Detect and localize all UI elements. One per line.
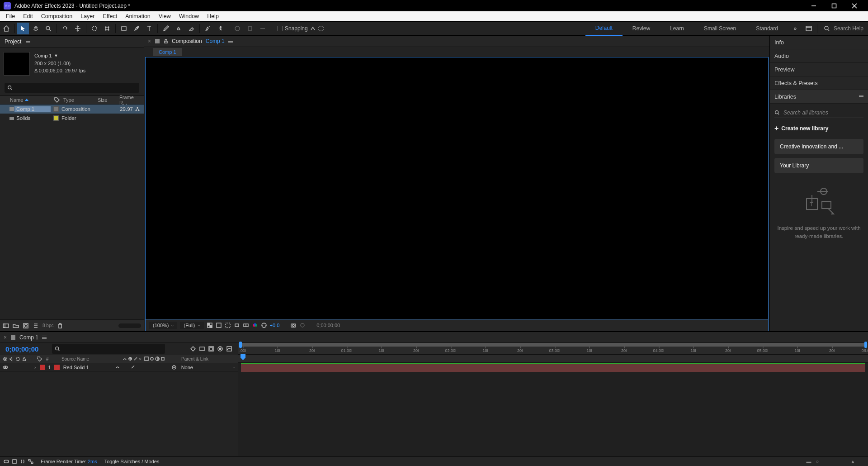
zoom-tool[interactable] [42, 23, 54, 34]
panel-menu-icon[interactable] [26, 40, 30, 43]
comp-name[interactable]: Comp 1 ▼ [34, 52, 85, 60]
pen-tool[interactable] [131, 23, 142, 34]
shy-col-icon[interactable] [123, 357, 127, 361]
pickwhip-icon[interactable] [171, 365, 177, 370]
viewer-timecode[interactable]: 0;00;00;00 [316, 323, 340, 328]
workspace-standard[interactable]: Standard [746, 21, 788, 36]
project-panel-tab[interactable]: Project [0, 36, 144, 48]
panel-audio[interactable]: Audio [770, 49, 868, 63]
playhead[interactable] [243, 363, 243, 456]
menu-composition[interactable]: Composition [37, 11, 76, 21]
toggle-switches-button[interactable]: Toggle Switches / Modes [104, 459, 160, 464]
panel-effects[interactable]: Effects & Presets [770, 76, 868, 90]
panel-info[interactable]: Info [770, 36, 868, 49]
col-parent[interactable]: Parent & Link [181, 357, 226, 361]
bpc-button[interactable]: 8 bpc [42, 323, 53, 328]
workspace-reset-icon[interactable] [803, 23, 815, 34]
clone-stamp-tool[interactable] [173, 23, 184, 34]
create-library-button[interactable]: + Create new library [774, 122, 863, 135]
menu-layer[interactable]: Layer [76, 11, 99, 21]
menu-window[interactable]: Window [175, 11, 203, 21]
current-timecode[interactable]: 0;00;00;00 [5, 345, 38, 353]
brush-tool[interactable] [160, 23, 172, 34]
color-mgmt-icon[interactable] [252, 322, 258, 328]
project-item[interactable]: Comp 1 Composition 29.97 [0, 105, 144, 114]
graph-editor-icon[interactable] [226, 346, 232, 352]
guide-icon[interactable] [234, 322, 240, 328]
col-frame[interactable]: Frame R... [119, 95, 142, 105]
lock-icon[interactable] [164, 39, 168, 43]
flowchart-icon[interactable] [135, 106, 140, 112]
panel-libraries[interactable]: Libraries [770, 90, 868, 104]
mesh-tool-3[interactable] [257, 23, 269, 34]
comp-tab-name[interactable]: Comp 1 [206, 38, 225, 44]
folder-icon[interactable] [13, 323, 19, 329]
workspace-default[interactable]: Default [585, 21, 623, 36]
col-size[interactable]: Size [98, 97, 119, 103]
close-timeline-tab[interactable]: × [4, 334, 7, 341]
work-area-bar[interactable] [241, 343, 865, 347]
col-type[interactable]: Type [63, 97, 98, 103]
region-icon[interactable] [225, 322, 231, 328]
zoom-dropdown[interactable]: (100%) ⌵ [149, 322, 177, 329]
comp-thumbnail[interactable] [4, 52, 30, 76]
workspace-learn[interactable]: Learn [660, 21, 694, 36]
motionblur-col-icon[interactable] [150, 357, 154, 361]
roto-brush-tool[interactable] [202, 23, 214, 34]
anchor-tool[interactable] [101, 23, 113, 34]
menu-view[interactable]: View [155, 11, 175, 21]
cont-raster-col-icon[interactable] [128, 357, 132, 361]
item-color-tag[interactable] [53, 106, 59, 112]
transform-icon[interactable] [115, 365, 120, 369]
zoom-out-icon[interactable]: ▬ [806, 459, 811, 464]
hand-tool[interactable] [30, 23, 42, 34]
menu-animation[interactable]: Animation [121, 11, 155, 21]
parent-dropdown[interactable]: None ⌵ [179, 365, 235, 370]
comp-mini-icon[interactable] [190, 346, 196, 352]
close-button[interactable] [844, 0, 864, 11]
layer-bar[interactable] [241, 364, 865, 372]
twirl-icon[interactable]: › [34, 365, 36, 370]
help-search[interactable]: Search Help [824, 25, 863, 32]
show-snapshot-icon[interactable] [299, 322, 306, 328]
timeline-track-area[interactable] [238, 363, 868, 456]
minimize-button[interactable] [803, 0, 824, 11]
workspace-smallscreen[interactable]: Small Screen [694, 21, 746, 36]
channel-icon[interactable] [243, 322, 249, 328]
interpret-icon[interactable] [3, 323, 9, 329]
snap-opt-icon[interactable] [310, 25, 316, 32]
trash-icon[interactable] [57, 323, 63, 329]
transparency-grid-icon[interactable] [207, 322, 213, 328]
libraries-search[interactable]: Search all libraries [774, 107, 863, 118]
menu-help[interactable]: Help [203, 11, 223, 21]
close-tab-icon[interactable]: × [148, 38, 151, 44]
mask-icon[interactable] [216, 322, 222, 328]
libraries-menu-icon[interactable] [859, 95, 863, 98]
col-source[interactable]: Source Name [52, 357, 123, 361]
selection-tool[interactable] [17, 23, 29, 34]
tag-icon[interactable] [54, 97, 60, 103]
shy-icon[interactable] [199, 346, 205, 352]
menu-edit[interactable]: Edit [19, 11, 37, 21]
snapping-checkbox[interactable] [278, 26, 283, 31]
mesh-tool-2[interactable] [244, 23, 256, 34]
motion-blur-icon[interactable] [217, 346, 223, 352]
quality-icon[interactable] [131, 365, 135, 369]
comp-menu-icon[interactable] [228, 40, 233, 43]
orbit-tool[interactable] [59, 23, 71, 34]
reset-exposure-icon[interactable] [261, 322, 267, 328]
composition-viewer[interactable] [145, 57, 769, 319]
project-item[interactable]: Solids Folder [0, 114, 144, 123]
timeline-menu-icon[interactable] [42, 336, 47, 339]
layer-color[interactable] [40, 365, 45, 370]
mesh-tool-1[interactable] [231, 23, 243, 34]
fx-col-icon[interactable]: fx [139, 357, 143, 361]
project-search[interactable] [5, 83, 139, 93]
maximize-button[interactable] [824, 0, 844, 11]
rectangle-tool[interactable] [118, 23, 130, 34]
brace-icon[interactable] [20, 459, 25, 464]
col-name[interactable]: Name [10, 97, 54, 103]
frameblend-col-icon[interactable] [144, 357, 149, 361]
zoom-in-icon[interactable]: ▲ [850, 459, 855, 464]
menu-file[interactable]: File [2, 11, 19, 21]
